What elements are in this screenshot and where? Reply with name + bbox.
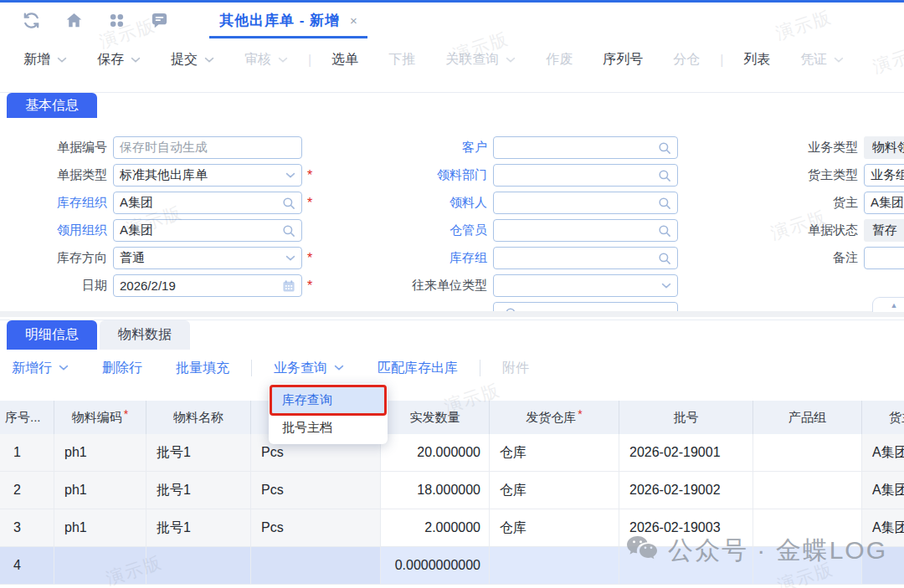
- requisition-org-label[interactable]: 领用组织: [0, 222, 107, 238]
- grid-cell[interactable]: 批号1: [146, 509, 251, 546]
- grid-cell[interactable]: [146, 547, 251, 584]
- warehouse-keeper-input[interactable]: [493, 219, 678, 242]
- tab-material-data[interactable]: 物料数据: [100, 320, 190, 350]
- stock-group-input[interactable]: [493, 247, 678, 269]
- remark-input[interactable]: [864, 247, 904, 269]
- grid-cell[interactable]: 2026-02-19001: [619, 434, 753, 471]
- picking-dept-input[interactable]: [493, 164, 678, 187]
- date-input[interactable]: 2026/2/19: [113, 274, 302, 297]
- detail-business-query-button[interactable]: 业务查询: [274, 360, 344, 377]
- grid-cell[interactable]: A集团: [862, 472, 904, 509]
- toolbar-select-bill-button[interactable]: 选单: [331, 51, 358, 69]
- grid-cell[interactable]: 仓库: [490, 472, 619, 509]
- grid-cell[interactable]: [619, 547, 753, 584]
- apps-grid-icon[interactable]: [107, 11, 126, 30]
- grid-cell[interactable]: 批号1: [146, 434, 251, 471]
- grid-cell[interactable]: A集团: [862, 509, 904, 546]
- warehouse-keeper-search-icon[interactable]: [658, 224, 671, 238]
- toolbar-voucher-button[interactable]: 凭证: [800, 51, 844, 69]
- stock-group-search-icon[interactable]: [658, 252, 671, 265]
- stock-org-input[interactable]: A集团: [113, 192, 302, 214]
- picker-search-icon[interactable]: [658, 197, 671, 210]
- document-tab[interactable]: 其他出库单 - 新增 ×: [209, 3, 367, 38]
- toolbar-new-button[interactable]: 新增: [23, 51, 67, 69]
- doc-type-input[interactable]: 标准其他出库单: [113, 164, 302, 187]
- doc-no-input[interactable]: 保存时自动生成: [113, 136, 302, 159]
- grid-cell[interactable]: ph1: [54, 509, 146, 546]
- requisition-org-input[interactable]: A集团: [113, 219, 302, 242]
- customer-label[interactable]: 客户: [368, 140, 487, 156]
- detail-batch-fill-button[interactable]: 批量填充: [176, 360, 229, 377]
- grid-cell[interactable]: 2026-02-19003: [619, 509, 753, 546]
- tab-close-icon[interactable]: ×: [350, 13, 357, 28]
- picking-dept-label[interactable]: 领料部门: [368, 167, 487, 183]
- grid-cell[interactable]: 2026-02-19002: [619, 472, 753, 509]
- warehouse-keeper-label[interactable]: 仓管员: [368, 222, 487, 238]
- grid-cell[interactable]: 仓库: [490, 434, 619, 471]
- toolbar-serial-number-button[interactable]: 序列号: [603, 51, 643, 69]
- picker-label[interactable]: 领料人: [368, 195, 487, 211]
- grid-cell[interactable]: 0.0000000000: [381, 547, 490, 584]
- customer-input[interactable]: [493, 136, 678, 159]
- grid-cell[interactable]: 18.000000: [381, 472, 490, 509]
- doc-status-value: 暂存: [864, 219, 904, 242]
- toolbar-related-query-button[interactable]: 关联查询: [445, 51, 516, 69]
- stock-org-search-icon[interactable]: [282, 197, 295, 210]
- grid-cell[interactable]: 4: [0, 547, 54, 584]
- grid-cell[interactable]: [251, 547, 381, 584]
- grid-cell[interactable]: [753, 509, 862, 546]
- toolbar-submit-button[interactable]: 提交: [171, 51, 214, 69]
- owner-input[interactable]: A集团: [864, 192, 904, 214]
- detail-delete-row-button[interactable]: 删除行: [102, 360, 142, 377]
- detail-add-row-button[interactable]: 新增行: [12, 360, 69, 377]
- grid-cell[interactable]: ph1: [54, 472, 146, 509]
- date-calendar-icon[interactable]: [282, 279, 295, 293]
- grid-cell[interactable]: Pcs: [251, 472, 381, 509]
- menu-item-stock-query[interactable]: 库存查询: [271, 386, 385, 414]
- stock-org-label[interactable]: 库存组织: [0, 195, 107, 211]
- chevron-down-icon: [661, 283, 671, 289]
- grid-cell[interactable]: 20.000000: [381, 434, 490, 471]
- owner-type-input[interactable]: 业务组织: [864, 164, 904, 187]
- grid-cell[interactable]: 2.000000: [381, 509, 490, 546]
- tab-basic-info[interactable]: 基本信息: [7, 93, 97, 118]
- detail-attachment-button[interactable]: 附件: [502, 360, 529, 377]
- clipped-input[interactable]: [493, 302, 678, 311]
- clipped-field-row: [368, 302, 686, 311]
- toolbar-audit-button[interactable]: 审核: [244, 51, 288, 69]
- grid-cell[interactable]: 仓库: [490, 509, 619, 546]
- grid-cell[interactable]: Pcs: [251, 509, 381, 546]
- stock-direction-input[interactable]: 普通: [113, 247, 302, 269]
- grid-cell[interactable]: [490, 547, 619, 584]
- toolbar-sub-warehouse-button[interactable]: 分仓: [673, 51, 700, 69]
- grid-cell[interactable]: [862, 547, 904, 584]
- customer-search-icon[interactable]: [658, 141, 671, 155]
- toolbar-push-down-button[interactable]: 下推: [388, 51, 415, 69]
- grid-cell[interactable]: 1: [0, 434, 54, 471]
- stock-group-label[interactable]: 库存组: [368, 250, 487, 266]
- collapse-form-button[interactable]: ▲: [872, 297, 904, 312]
- toolbar-select-bill-label: 选单: [331, 51, 358, 69]
- grid-cell[interactable]: ph1: [54, 434, 146, 471]
- grid-cell[interactable]: [753, 472, 862, 509]
- toolbar-save-button[interactable]: 保存: [97, 51, 141, 69]
- grid-cell[interactable]: 3: [0, 509, 54, 546]
- grid-cell[interactable]: A集团: [862, 434, 904, 471]
- grid-cell[interactable]: [753, 434, 862, 471]
- grid-cell[interactable]: 批号1: [146, 472, 251, 509]
- grid-cell[interactable]: [54, 547, 146, 584]
- toolbar-void-button[interactable]: 作废: [546, 51, 573, 69]
- detail-match-stock-outbound-button[interactable]: 匹配库存出库: [378, 360, 458, 377]
- partner-type-input[interactable]: [493, 274, 678, 297]
- home-icon[interactable]: [64, 11, 84, 30]
- tab-detail-info[interactable]: 明细信息: [7, 320, 97, 350]
- picker-input[interactable]: [493, 192, 678, 214]
- toolbar-list-button[interactable]: 列表: [743, 51, 770, 69]
- requisition-org-search-icon[interactable]: [282, 224, 295, 238]
- picking-dept-search-icon[interactable]: [658, 169, 671, 182]
- message-icon[interactable]: [150, 11, 169, 30]
- menu-item-batch-master[interactable]: 批号主档: [271, 414, 385, 442]
- grid-cell[interactable]: 2: [0, 472, 54, 509]
- app-logo-icon[interactable]: [22, 11, 41, 30]
- grid-cell[interactable]: [753, 547, 862, 584]
